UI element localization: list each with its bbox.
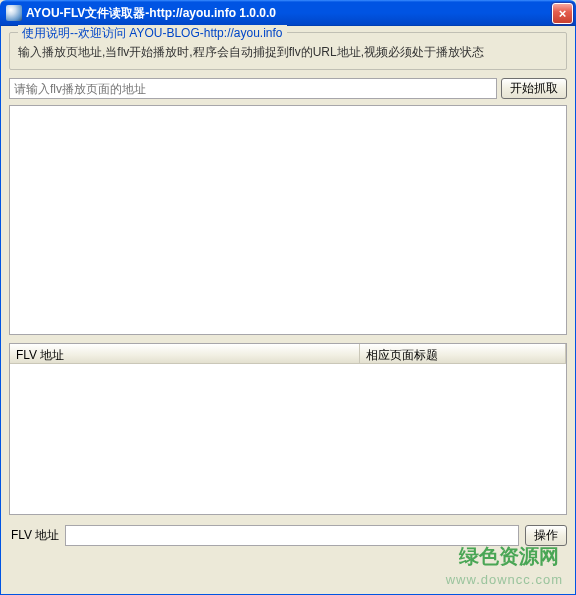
app-icon <box>6 5 22 21</box>
bottom-row: FLV 地址 操作 <box>9 525 567 546</box>
window-title: AYOU-FLV文件读取器-http://ayou.info 1.0.0.0 <box>26 5 552 22</box>
action-button[interactable]: 操作 <box>525 525 567 546</box>
flv-address-label: FLV 地址 <box>9 527 59 544</box>
column-page-title[interactable]: 相应页面标题 <box>360 344 566 363</box>
start-capture-button[interactable]: 开始抓取 <box>501 78 567 99</box>
column-flv-address[interactable]: FLV 地址 <box>10 344 360 363</box>
instruction-text: 输入播放页地址,当flv开始播放时,程序会自动捕捉到flv的URL地址,视频必须… <box>18 43 558 61</box>
instructions-groupbox: 使用说明--欢迎访问 AYOU-BLOG-http://ayou.info 输入… <box>9 32 567 70</box>
watermark-url: www.downcc.com <box>446 572 563 587</box>
url-input-row: 开始抓取 <box>9 78 567 99</box>
listview-header: FLV 地址 相应页面标题 <box>10 344 566 364</box>
watermark-text: 绿色资源网 <box>459 543 559 570</box>
results-listview[interactable]: FLV 地址 相应页面标题 <box>9 343 567 515</box>
log-textarea[interactable] <box>9 105 567 335</box>
window-body: 使用说明--欢迎访问 AYOU-BLOG-http://ayou.info 输入… <box>0 26 576 595</box>
url-input[interactable] <box>9 78 497 99</box>
close-icon: × <box>559 6 567 21</box>
close-button[interactable]: × <box>552 3 573 24</box>
groupbox-title: 使用说明--欢迎访问 AYOU-BLOG-http://ayou.info <box>18 25 287 42</box>
flv-address-input[interactable] <box>65 525 519 546</box>
titlebar: AYOU-FLV文件读取器-http://ayou.info 1.0.0.0 × <box>0 0 576 26</box>
